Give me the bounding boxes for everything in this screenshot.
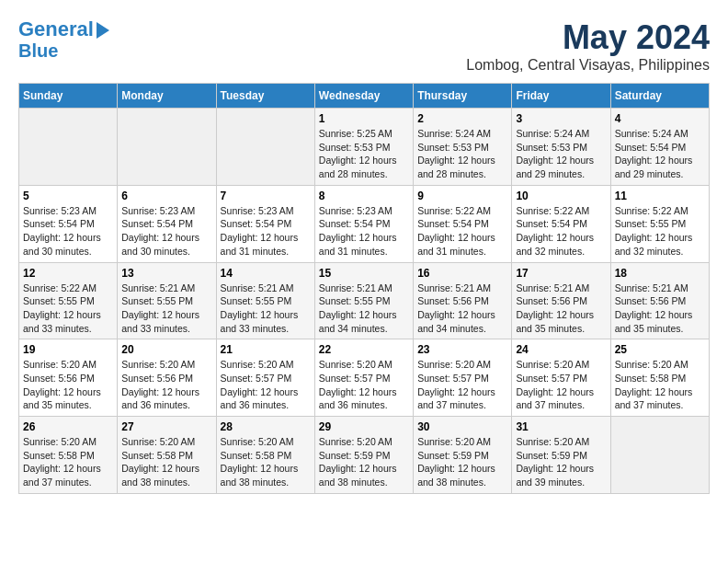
day-info: Sunrise: 5:22 AM Sunset: 5:54 PM Dayligh… (417, 204, 507, 259)
week-row-1: 1Sunrise: 5:25 AM Sunset: 5:53 PM Daylig… (19, 109, 710, 186)
calendar-cell: 27Sunrise: 5:20 AM Sunset: 5:58 PM Dayli… (118, 417, 216, 494)
day-info: Sunrise: 5:20 AM Sunset: 5:56 PM Dayligh… (23, 358, 113, 412)
calendar-cell: 19Sunrise: 5:20 AM Sunset: 5:56 PM Dayli… (19, 339, 118, 417)
day-number: 26 (23, 420, 113, 433)
day-info: Sunrise: 5:20 AM Sunset: 5:58 PM Dayligh… (23, 435, 113, 489)
day-info: Sunrise: 5:20 AM Sunset: 5:57 PM Dayligh… (516, 358, 606, 412)
calendar-cell: 24Sunrise: 5:20 AM Sunset: 5:57 PM Dayli… (512, 339, 610, 417)
day-number: 14 (221, 267, 311, 280)
day-number: 20 (121, 343, 211, 356)
day-info: Sunrise: 5:20 AM Sunset: 5:58 PM Dayligh… (221, 435, 311, 489)
calendar-cell: 17Sunrise: 5:21 AM Sunset: 5:56 PM Dayli… (512, 262, 610, 339)
calendar-cell (19, 109, 118, 186)
day-number: 31 (516, 420, 606, 433)
day-number: 25 (615, 343, 705, 356)
calendar-cell: 1Sunrise: 5:25 AM Sunset: 5:53 PM Daylig… (314, 109, 413, 186)
day-info: Sunrise: 5:20 AM Sunset: 5:58 PM Dayligh… (615, 358, 705, 412)
day-number: 29 (319, 420, 409, 433)
week-row-2: 5Sunrise: 5:23 AM Sunset: 5:54 PM Daylig… (19, 185, 710, 262)
day-number: 6 (121, 190, 211, 202)
day-info: Sunrise: 5:20 AM Sunset: 5:57 PM Dayligh… (221, 358, 311, 412)
calendar-cell: 12Sunrise: 5:22 AM Sunset: 5:55 PM Dayli… (19, 262, 118, 339)
day-info: Sunrise: 5:20 AM Sunset: 5:57 PM Dayligh… (319, 358, 409, 412)
day-info: Sunrise: 5:20 AM Sunset: 5:59 PM Dayligh… (417, 435, 507, 489)
day-number: 7 (221, 190, 311, 202)
calendar-cell: 7Sunrise: 5:23 AM Sunset: 5:54 PM Daylig… (216, 185, 314, 262)
day-number: 4 (615, 112, 705, 125)
calendar-cell: 20Sunrise: 5:20 AM Sunset: 5:56 PM Dayli… (118, 339, 216, 417)
col-header-tuesday: Tuesday (216, 84, 314, 109)
day-number: 30 (417, 420, 507, 433)
calendar-cell: 6Sunrise: 5:23 AM Sunset: 5:54 PM Daylig… (118, 185, 216, 262)
day-info: Sunrise: 5:21 AM Sunset: 5:56 PM Dayligh… (516, 282, 606, 336)
calendar-cell (610, 417, 709, 494)
day-info: Sunrise: 5:20 AM Sunset: 5:59 PM Dayligh… (319, 435, 409, 489)
calendar-cell: 21Sunrise: 5:20 AM Sunset: 5:57 PM Dayli… (216, 339, 314, 417)
day-number: 27 (121, 420, 211, 433)
calendar-cell: 22Sunrise: 5:20 AM Sunset: 5:57 PM Dayli… (314, 339, 413, 417)
day-number: 12 (23, 267, 113, 280)
calendar-cell: 25Sunrise: 5:20 AM Sunset: 5:58 PM Dayli… (610, 339, 709, 417)
col-header-wednesday: Wednesday (314, 84, 413, 109)
calendar-cell: 13Sunrise: 5:21 AM Sunset: 5:55 PM Dayli… (118, 262, 216, 339)
day-number: 10 (516, 190, 606, 202)
page-subtitle: Lombog, Central Visayas, Philippines (466, 57, 710, 74)
logo-arrow-icon (97, 22, 109, 39)
day-number: 22 (319, 343, 409, 356)
calendar-cell: 11Sunrise: 5:22 AM Sunset: 5:55 PM Dayli… (610, 185, 709, 262)
day-number: 19 (23, 343, 113, 356)
day-info: Sunrise: 5:21 AM Sunset: 5:55 PM Dayligh… (319, 282, 409, 336)
day-info: Sunrise: 5:20 AM Sunset: 5:57 PM Dayligh… (417, 358, 507, 412)
calendar-cell: 3Sunrise: 5:24 AM Sunset: 5:53 PM Daylig… (512, 109, 610, 186)
day-info: Sunrise: 5:24 AM Sunset: 5:53 PM Dayligh… (516, 127, 606, 181)
calendar-cell: 15Sunrise: 5:21 AM Sunset: 5:55 PM Dayli… (314, 262, 413, 339)
day-info: Sunrise: 5:22 AM Sunset: 5:54 PM Dayligh… (516, 204, 606, 259)
calendar-cell: 16Sunrise: 5:21 AM Sunset: 5:56 PM Dayli… (414, 262, 512, 339)
col-header-saturday: Saturday (610, 84, 709, 109)
calendar-cell (216, 109, 314, 186)
day-number: 1 (319, 112, 409, 125)
week-row-3: 12Sunrise: 5:22 AM Sunset: 5:55 PM Dayli… (19, 262, 710, 339)
day-info: Sunrise: 5:24 AM Sunset: 5:54 PM Dayligh… (615, 127, 705, 181)
page-title: May 2024 (466, 18, 710, 57)
day-info: Sunrise: 5:22 AM Sunset: 5:55 PM Dayligh… (23, 282, 113, 336)
day-info: Sunrise: 5:22 AM Sunset: 5:55 PM Dayligh… (615, 204, 705, 259)
day-number: 13 (121, 267, 211, 280)
title-block: May 2024 Lombog, Central Visayas, Philip… (466, 18, 710, 74)
day-number: 23 (417, 343, 507, 356)
day-number: 9 (417, 190, 507, 202)
calendar-cell: 5Sunrise: 5:23 AM Sunset: 5:54 PM Daylig… (19, 185, 118, 262)
calendar-cell: 23Sunrise: 5:20 AM Sunset: 5:57 PM Dayli… (414, 339, 512, 417)
logo-subtext: Blue (18, 40, 109, 61)
calendar-cell: 4Sunrise: 5:24 AM Sunset: 5:54 PM Daylig… (610, 109, 709, 186)
page-header: General Blue May 2024 Lombog, Central Vi… (18, 18, 710, 74)
calendar-cell: 30Sunrise: 5:20 AM Sunset: 5:59 PM Dayli… (414, 417, 512, 494)
day-info: Sunrise: 5:20 AM Sunset: 5:59 PM Dayligh… (516, 435, 606, 489)
day-number: 28 (221, 420, 311, 433)
day-number: 5 (23, 190, 113, 202)
day-number: 8 (319, 190, 409, 202)
week-row-4: 19Sunrise: 5:20 AM Sunset: 5:56 PM Dayli… (19, 339, 710, 417)
day-info: Sunrise: 5:21 AM Sunset: 5:56 PM Dayligh… (417, 282, 507, 336)
calendar-cell: 31Sunrise: 5:20 AM Sunset: 5:59 PM Dayli… (512, 417, 610, 494)
day-number: 17 (516, 267, 606, 280)
day-info: Sunrise: 5:24 AM Sunset: 5:53 PM Dayligh… (417, 127, 507, 181)
day-info: Sunrise: 5:20 AM Sunset: 5:58 PM Dayligh… (121, 435, 211, 489)
day-number: 16 (417, 267, 507, 280)
day-info: Sunrise: 5:21 AM Sunset: 5:55 PM Dayligh… (121, 282, 211, 336)
header-row: SundayMondayTuesdayWednesdayThursdayFrid… (19, 84, 710, 109)
col-header-sunday: Sunday (19, 84, 118, 109)
week-row-5: 26Sunrise: 5:20 AM Sunset: 5:58 PM Dayli… (19, 417, 710, 494)
day-number: 15 (319, 267, 409, 280)
col-header-monday: Monday (118, 84, 216, 109)
calendar-cell: 2Sunrise: 5:24 AM Sunset: 5:53 PM Daylig… (414, 109, 512, 186)
calendar-cell: 14Sunrise: 5:21 AM Sunset: 5:55 PM Dayli… (216, 262, 314, 339)
day-number: 2 (417, 112, 507, 125)
day-info: Sunrise: 5:21 AM Sunset: 5:55 PM Dayligh… (221, 282, 311, 336)
day-info: Sunrise: 5:21 AM Sunset: 5:56 PM Dayligh… (615, 282, 705, 336)
calendar-cell: 10Sunrise: 5:22 AM Sunset: 5:54 PM Dayli… (512, 185, 610, 262)
day-number: 3 (516, 112, 606, 125)
calendar-cell: 29Sunrise: 5:20 AM Sunset: 5:59 PM Dayli… (314, 417, 413, 494)
calendar-cell: 8Sunrise: 5:23 AM Sunset: 5:54 PM Daylig… (314, 185, 413, 262)
day-info: Sunrise: 5:23 AM Sunset: 5:54 PM Dayligh… (319, 204, 409, 259)
